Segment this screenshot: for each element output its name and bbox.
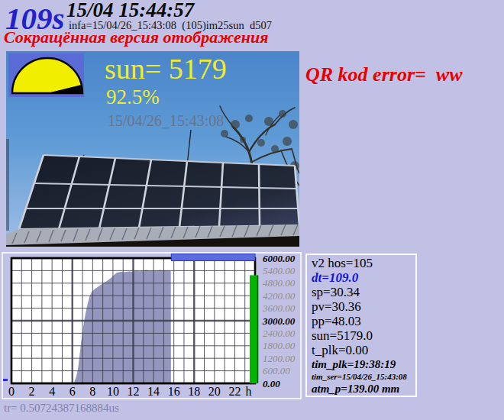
solar-array	[19, 155, 299, 229]
status-line-sun: sun=5179.0	[312, 328, 415, 343]
x-tick-label: 8	[89, 385, 95, 398]
status-line-tim_plk: tim_plk=19:38:19	[312, 357, 415, 371]
solar-monitor-screen: { "header": { "station_id": "109s", "dat…	[0, 0, 504, 420]
sun-value-overlay: sun= 5179	[105, 54, 227, 83]
tr-footer-readout: tr= 0.50724387168884us	[4, 402, 119, 415]
y-tick-label: 6000.00	[263, 254, 296, 264]
remaining-day-bar	[171, 254, 255, 261]
status-line-sp: sp=30.34	[312, 285, 415, 299]
x-tick-label: 12	[128, 385, 140, 398]
x-axis-unit: h	[245, 385, 251, 398]
status-line-t_plk: t_plk=0.00	[312, 343, 415, 357]
zero-marker	[3, 379, 8, 381]
y-tick-label: 1800.00	[263, 340, 296, 351]
status-line-v2_hos: v2 hos=105	[312, 256, 415, 270]
status-panel: v2 hos=105dt=109.0sp=30.34pv=30.36pp=48.…	[305, 254, 417, 397]
y-tick-label: 2400.00	[263, 328, 296, 339]
left-edge-pole	[6, 139, 9, 231]
daylight-percent-overlay: 92.5%	[106, 87, 160, 108]
current-datetime: 15/04 15:44:57	[66, 0, 194, 21]
y-tick-label: 5400.00	[263, 265, 296, 276]
x-tick-label: 10	[107, 385, 119, 398]
daylight-sun-icon	[8, 53, 84, 97]
x-tick-label: 4	[49, 385, 55, 398]
status-line-tim_ser: tim_ser=15/04/26_15:43:08	[312, 371, 415, 382]
y-tick-label: 0.00	[263, 378, 280, 389]
x-tick-label: 22	[228, 385, 241, 398]
x-tick-label: 18	[188, 385, 200, 398]
status-line-pv: pv=30.36	[312, 299, 415, 314]
x-tick-label: 14	[147, 385, 160, 398]
solar-panel-photo: sun= 5179 92.5% 15/04/26_15:43:08	[6, 51, 299, 247]
x-tick-label: 16	[168, 385, 180, 398]
y-tick-label: 3000.00	[262, 315, 296, 327]
y-tick-label: 4200.00	[263, 290, 296, 302]
photo-timestamp-overlay: 15/04/26_15:43:08	[108, 113, 224, 128]
x-tick-label: 20	[208, 385, 221, 398]
y-tick-label: 4800.00	[263, 277, 296, 289]
x-tick-label: 0	[8, 385, 15, 398]
y-tick-label: 1200.00	[263, 353, 296, 364]
qr-error-message: QR kod error= ww	[305, 64, 463, 86]
status-panel-lines: v2 hos=105dt=109.0sp=30.34pv=30.36pp=48.…	[312, 256, 415, 396]
x-tick-label: 2	[29, 385, 35, 398]
status-line-pp: pp=48.03	[312, 314, 415, 328]
daily-sun-chart: 0.00600.001200.001800.002400.003000.0036…	[2, 252, 302, 399]
current-value-bar	[250, 275, 257, 383]
y-tick-label: 600.00	[263, 365, 290, 376]
y-tick-label: 3600.00	[262, 302, 296, 314]
sun-chart-svg: 0.00600.001200.001800.002400.003000.0036…	[3, 254, 300, 398]
display-mode-subtitle: Сокращённая версия отображения	[4, 27, 269, 47]
status-line-atm_p: atm_p=139.00 mm	[312, 382, 415, 396]
x-tick-label: 6	[69, 385, 76, 398]
status-line-dt: dt=109.0	[312, 270, 415, 285]
